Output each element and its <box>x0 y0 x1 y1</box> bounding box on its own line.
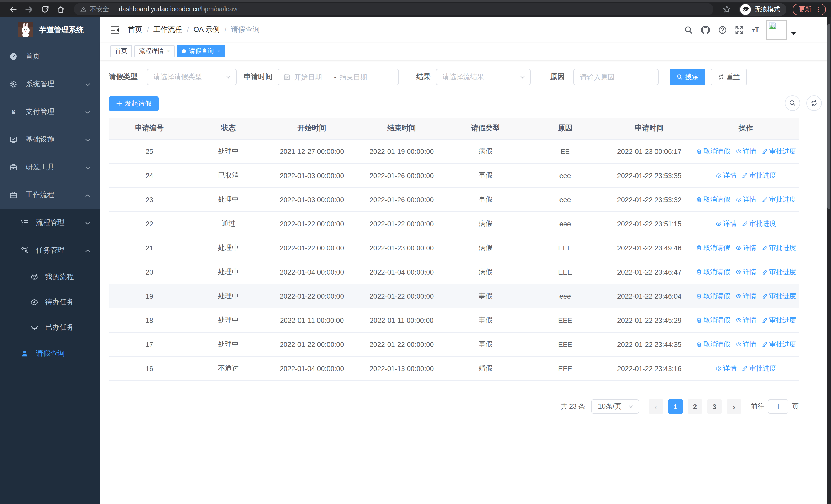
cancel-leave-link[interactable]: 取消请假 <box>696 243 730 253</box>
view-tab[interactable]: 首页 <box>110 45 132 57</box>
approval-progress-link[interactable]: 审批进度 <box>762 267 796 277</box>
reason-field[interactable] <box>573 69 659 85</box>
sidebar-menu-item[interactable]: 任务管理 <box>0 237 100 264</box>
prev-page-button[interactable]: ‹ <box>649 399 663 414</box>
date-start-input[interactable] <box>294 69 331 85</box>
date-end-input[interactable] <box>340 69 376 85</box>
goto-page-field[interactable] <box>768 399 789 414</box>
next-page-button[interactable]: › <box>727 399 741 414</box>
view-tab[interactable]: 请假查询 × <box>177 45 225 57</box>
detail-link[interactable]: 详情 <box>716 219 737 228</box>
font-size-icon[interactable]: TT <box>752 26 759 33</box>
url-bar[interactable]: 不安全 dashboard.yudao.iocoder.cn/bpm/oa/le… <box>74 3 713 16</box>
cell-apply-time: 2022-01-22 23:49:46 <box>606 244 693 252</box>
approval-progress-link[interactable]: 审批进度 <box>762 316 796 325</box>
detail-link[interactable]: 详情 <box>735 292 756 301</box>
collapse-sidebar-icon[interactable] <box>110 26 119 34</box>
approval-progress-link[interactable]: 审批进度 <box>742 219 776 228</box>
close-icon[interactable]: × <box>167 48 170 54</box>
page-scrollbar[interactable] <box>827 17 831 504</box>
approval-progress-link[interactable]: 审批进度 <box>762 292 796 301</box>
cell-start-time: 2022-01-11 00:00:00 <box>267 317 357 324</box>
help-icon[interactable] <box>718 25 727 34</box>
scrollbar-thumb[interactable] <box>827 24 830 209</box>
fullscreen-icon[interactable] <box>735 25 744 34</box>
page-number-button[interactable]: 1 <box>668 399 683 414</box>
search-icon[interactable] <box>684 25 693 34</box>
detail-link[interactable]: 详情 <box>735 340 756 349</box>
breadcrumb-item[interactable]: 首页 <box>128 25 142 34</box>
leave-type-select[interactable]: 请选择请假类型 <box>147 69 237 85</box>
sidebar-menu-item[interactable]: 工作流程 <box>0 181 100 209</box>
sidebar-menu-item[interactable]: 流程管理 <box>0 209 100 237</box>
close-icon[interactable]: × <box>217 48 220 54</box>
detail-link[interactable]: 详情 <box>735 316 756 325</box>
cell-end-time: 2022-01-26 00:00:00 <box>357 196 447 204</box>
cell-status: 已取消 <box>190 171 267 180</box>
avatar-caret-icon[interactable] <box>791 32 796 35</box>
sidebar-menu-item[interactable]: 已办任务 <box>0 315 100 340</box>
home-icon[interactable] <box>56 5 65 13</box>
approval-progress-link[interactable]: 审批进度 <box>762 243 796 253</box>
cancel-leave-link[interactable]: 取消请假 <box>696 267 730 277</box>
approval-progress-link[interactable]: 审批进度 <box>762 147 796 156</box>
refresh-table-button[interactable] <box>806 95 822 111</box>
sidebar-menu-item[interactable]: 系统管理 <box>0 70 100 98</box>
back-icon[interactable] <box>9 5 18 13</box>
detail-link[interactable]: 详情 <box>735 195 756 204</box>
search-button[interactable]: 搜索 <box>670 69 705 85</box>
apply-time-range-picker[interactable]: - <box>278 69 399 85</box>
reason-input[interactable] <box>580 69 652 85</box>
eye-icon <box>716 173 722 179</box>
sidebar-menu-item[interactable]: 待办任务 <box>0 290 100 315</box>
github-icon[interactable] <box>701 25 710 34</box>
reset-button[interactable]: 重置 <box>711 69 747 85</box>
detail-link[interactable]: 详情 <box>735 147 756 156</box>
approval-progress-link[interactable]: 审批进度 <box>762 195 796 204</box>
goto-page-input[interactable] <box>768 400 788 413</box>
approval-progress-link[interactable]: 审批进度 <box>762 340 796 349</box>
sidebar-menu-item[interactable]: 基础设施 <box>0 126 100 153</box>
breadcrumb-item[interactable]: OA 示例 <box>194 25 220 34</box>
refresh-icon <box>810 99 818 107</box>
browser-update-button[interactable]: 更新 <box>793 3 826 15</box>
breadcrumb-separator: / <box>147 26 149 34</box>
sidebar-menu-item[interactable]: 我的流程 <box>0 264 100 290</box>
cancel-leave-link[interactable]: 取消请假 <box>696 316 730 325</box>
avatar[interactable] <box>766 20 787 40</box>
detail-link[interactable]: 详情 <box>735 243 756 253</box>
forward-icon[interactable] <box>25 5 33 13</box>
breadcrumb-item[interactable]: 工作流程 <box>153 25 182 34</box>
sidebar-logo-row[interactable]: 芋道管理系统 <box>0 17 100 42</box>
cell-apply-time: 2022-01-22 23:51:15 <box>606 220 693 228</box>
more-vert-icon[interactable] <box>815 6 822 12</box>
sidebar-menu-item[interactable]: ¥ 支付管理 <box>0 98 100 126</box>
cancel-leave-link[interactable]: 取消请假 <box>696 147 730 156</box>
bookmark-star-icon[interactable] <box>723 5 731 13</box>
breadcrumb-item: 请假查询 <box>231 25 260 34</box>
detail-link[interactable]: 详情 <box>716 171 737 180</box>
cancel-leave-link[interactable]: 取消请假 <box>696 195 730 204</box>
cell-leave-type: 事假 <box>447 292 524 301</box>
show-search-button[interactable] <box>785 95 800 111</box>
reload-icon[interactable] <box>40 5 49 13</box>
page-number-button[interactable]: 2 <box>688 399 702 414</box>
table-row: 16 不通过 2022-01-04 00:00:00 2022-01-13 00… <box>109 357 799 381</box>
page-numbers: 123 <box>666 399 724 414</box>
approval-progress-link[interactable]: 审批进度 <box>742 364 776 373</box>
page-size-select[interactable]: 10条/页 <box>591 399 639 414</box>
pen-icon <box>742 365 748 372</box>
approval-progress-link[interactable]: 审批进度 <box>742 171 776 180</box>
sidebar-menu-item[interactable]: 请假查询 <box>0 340 100 367</box>
sidebar-menu-item[interactable]: 研发工具 <box>0 153 100 181</box>
cancel-leave-link[interactable]: 取消请假 <box>696 292 730 301</box>
create-leave-button[interactable]: 发起请假 <box>109 96 159 111</box>
view-tab[interactable]: 流程详情 × <box>135 45 175 57</box>
cell-end-time: 2022-01-13 00:00:00 <box>357 365 447 373</box>
result-select[interactable]: 请选择流结果 <box>436 69 531 85</box>
cancel-leave-link[interactable]: 取消请假 <box>696 340 730 349</box>
detail-link[interactable]: 详情 <box>716 364 737 373</box>
sidebar-menu-item[interactable]: 首页 <box>0 42 100 70</box>
page-number-button[interactable]: 3 <box>707 399 722 414</box>
detail-link[interactable]: 详情 <box>735 267 756 277</box>
